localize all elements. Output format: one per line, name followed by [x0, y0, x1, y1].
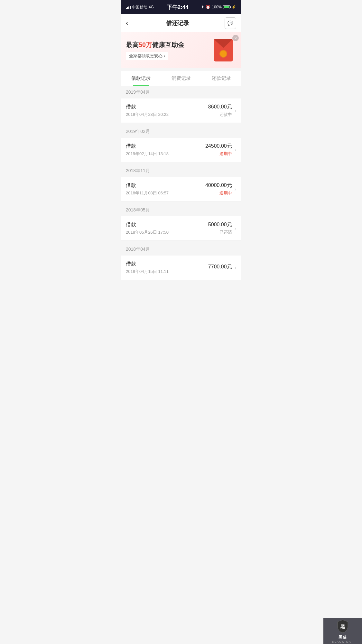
divider	[121, 123, 241, 126]
record-amount: 40000.00元	[205, 182, 232, 189]
record-item[interactable]: 借款 2018年11月08日 06:57 40000.00元 逾期中 ›	[121, 177, 241, 201]
record-right: 40000.00元 逾期中 ›	[205, 182, 236, 196]
section-header-0: 2019年04月	[121, 86, 241, 98]
chevron-right-icon: ›	[235, 108, 236, 114]
status-bar: 中国移动 4G 下午2:44 ⬆ ⏰ 100% ⚡	[121, 0, 241, 14]
record-amount-block: 8600.00元 还款中	[208, 104, 232, 117]
network-label: 4G	[149, 5, 154, 9]
section-header-2: 2018年11月	[121, 165, 241, 177]
record-amount: 5000.00元	[208, 221, 232, 228]
banner-content: 最高50万健康互助金 全家都领取更安心 ›	[126, 41, 210, 60]
time-label: 下午2:44	[167, 4, 189, 11]
status-right: ⬆ ⏰ 100% ⚡	[201, 5, 236, 9]
location-icon: ⬆	[201, 5, 204, 9]
record-left: 借款 2018年11月08日 06:57	[126, 182, 205, 196]
record-right: 7700.00元 ›	[208, 264, 236, 272]
signal-icon	[126, 5, 131, 9]
tab-consumption[interactable]: 消费记录	[161, 71, 201, 86]
banner-image	[210, 37, 236, 63]
record-amount: 24500.00元	[205, 143, 232, 150]
record-status: 逾期中	[205, 151, 232, 157]
record-left: 借款 2019年04月23日 20:22	[126, 104, 208, 117]
record-status: 已还清	[208, 229, 232, 235]
coin-icon	[219, 50, 227, 58]
carrier-label: 中国移动	[132, 5, 147, 10]
charging-icon: ⚡	[231, 5, 236, 9]
chevron-right-icon: ›	[235, 226, 236, 231]
record-left: 借款 2018年05月26日 17:50	[126, 221, 208, 235]
banner: 最高50万健康互助金 全家都领取更安心 › ✕	[121, 32, 241, 68]
record-right: 24500.00元 逾期中 ›	[205, 143, 236, 157]
record-status: 逾期中	[205, 190, 232, 196]
record-right: 5000.00元 已还清 ›	[208, 221, 236, 235]
status-left: 中国移动 4G	[126, 5, 154, 10]
record-amount-block: 5000.00元 已还清	[208, 221, 232, 235]
tab-repayments[interactable]: 还款记录	[201, 71, 241, 86]
battery-label: 100%	[212, 5, 222, 9]
banner-title: 最高50万健康互助金	[126, 41, 210, 49]
alarm-icon: ⏰	[206, 5, 210, 9]
tab-loans[interactable]: 借款记录	[121, 71, 161, 86]
record-type: 借款	[126, 261, 208, 267]
banner-close-button[interactable]: ✕	[232, 35, 239, 41]
record-left: 借款 2018年04月15日 11:11	[126, 261, 208, 275]
red-envelope-icon	[214, 39, 233, 61]
record-item[interactable]: 借款 2018年05月26日 17:50 5000.00元 已还清 ›	[121, 216, 241, 241]
record-date: 2018年04月15日 11:11	[126, 269, 208, 275]
page-title: 借还记录	[166, 19, 189, 27]
record-status: 还款中	[208, 112, 232, 117]
record-amount: 8600.00元	[208, 104, 232, 110]
section-header-4: 2018年04月	[121, 243, 241, 256]
record-date: 2018年11月08日 06:57	[126, 190, 205, 196]
record-item[interactable]: 借款 2019年04月23日 20:22 8600.00元 还款中 ›	[121, 98, 241, 123]
record-item[interactable]: 借款 2019年02月14日 13:18 24500.00元 逾期中 ›	[121, 138, 241, 162]
record-type: 借款	[126, 221, 208, 228]
record-type: 借款	[126, 143, 205, 150]
chat-icon: 💬	[227, 21, 233, 26]
record-date: 2019年04月23日 20:22	[126, 112, 208, 117]
battery-icon	[223, 5, 230, 9]
record-right: 8600.00元 还款中 ›	[208, 104, 236, 117]
record-left: 借款 2019年02月14日 13:18	[126, 143, 205, 157]
chevron-right-icon: ›	[235, 265, 236, 271]
back-button[interactable]: ‹	[123, 16, 131, 30]
record-date: 2019年02月14日 13:18	[126, 151, 205, 157]
record-type: 借款	[126, 104, 208, 110]
record-amount-block: 7700.00元	[208, 264, 232, 272]
chat-button[interactable]: 💬	[225, 17, 236, 29]
record-amount-block: 40000.00元 逾期中	[205, 182, 232, 196]
section-header-3: 2018年05月	[121, 204, 241, 216]
divider	[121, 162, 241, 165]
section-header-1: 2019年02月	[121, 126, 241, 138]
divider	[121, 201, 241, 204]
banner-subtitle[interactable]: 全家都领取更安心 ›	[126, 52, 168, 60]
chevron-right-icon: ›	[235, 147, 236, 153]
record-amount: 7700.00元	[208, 264, 232, 270]
tab-bar: 借款记录 消费记录 还款记录	[121, 71, 241, 86]
divider	[121, 241, 241, 243]
record-type: 借款	[126, 182, 205, 189]
record-date: 2018年05月26日 17:50	[126, 229, 208, 235]
nav-bar: ‹ 借还记录 💬	[121, 14, 241, 32]
record-item[interactable]: 借款 2018年04月15日 11:11 7700.00元 ›	[121, 256, 241, 280]
record-amount-block: 24500.00元 逾期中	[205, 143, 232, 157]
chevron-right-icon: ›	[235, 186, 236, 192]
